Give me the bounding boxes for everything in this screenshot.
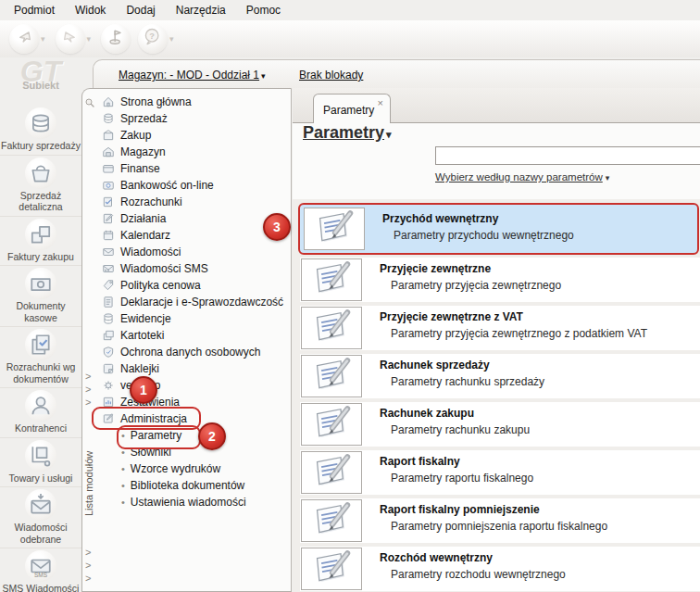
module-strip[interactable]: >>> Lista modułów >>> [82, 89, 97, 591]
tree-item-label: Naklejki [120, 362, 159, 375]
navigation-tree: Strona głównaSprzedażZakupMagazynFinanse… [97, 89, 291, 591]
tree-item-polityka-cenowa[interactable]: Polityka cenowa [97, 277, 291, 294]
warehouse-selector-link[interactable]: Magazyn: - MOD - Oddział 1▾ [119, 69, 266, 82]
parameter-row-przyjęcie-zewnętrzne[interactable]: Przyjęcie zewnętrzne Parametry przyjęcia… [300, 258, 700, 302]
tree-item-wzorce-wydruków[interactable]: •Wzorce wydruków [97, 460, 291, 477]
tab-close-icon[interactable]: × [378, 97, 383, 108]
tree-item-label: Wiadomości [120, 246, 181, 258]
parameter-row-raport-fiskalny-pomniejszenie[interactable]: Raport fiskalny pomniejszenie Parametry … [300, 498, 700, 543]
parameter-row-rachunek-sprzedaży[interactable]: Rachunek sprzedaży Parametry rachunku sp… [300, 354, 700, 398]
parameter-row-przychód-wewnętrzny[interactable]: Przychód wewnętrzny Parametry przychodu … [298, 203, 699, 255]
parameter-row-rachunek-zakupu[interactable]: Rachunek zakupu Parametry rachunku zakup… [300, 402, 700, 447]
tree-item-magazyn[interactable]: Magazyn [97, 144, 291, 160]
tree-item-wiadomości[interactable]: Wiadomości [97, 244, 291, 260]
module-label: SMS Wiadomości robocze [0, 583, 81, 592]
tree-item-naklejki[interactable]: Naklejki [97, 360, 291, 377]
tab-parametry[interactable]: Parametry × [313, 94, 391, 123]
flag-pin-button[interactable] [101, 24, 131, 54]
module-item-messages-received[interactable]: Wiadomości odebrane [0, 487, 81, 548]
back-arrow-icon [14, 27, 34, 51]
strip-chevrons-bottom[interactable]: >>> [85, 546, 91, 585]
tree-item-deklaracje-i-e-sprawozdawczość[interactable]: Deklaracje i e-Sprawozdawczość [97, 294, 291, 310]
bullet-icon: • [121, 497, 125, 508]
tree-item-kartoteki[interactable]: Kartoteki [97, 327, 291, 344]
tree-item-zestawienia[interactable]: Zestawienia [97, 394, 291, 410]
chevron-right-icon[interactable]: > [85, 396, 91, 409]
tool-group-back-arrow: ▾ [9, 24, 48, 54]
tree-item-kalendarz[interactable]: Kalendarz [97, 227, 291, 244]
tree-item-label: Rozrachunki [120, 195, 182, 208]
tree-item-vendero[interactable]: vendero [97, 377, 291, 394]
module-strip-label: Lista modułów [83, 430, 94, 536]
sticker-icon [102, 362, 115, 375]
chevron-right-icon[interactable]: > [85, 370, 91, 383]
module-item-goods-services[interactable]: Towary i usługi [0, 438, 81, 488]
records-icon [102, 312, 115, 325]
module-item-invoices-purchase[interactable]: Faktury zakupu [0, 217, 81, 267]
parameter-row-przyjęcie-zewnętrzne-z-vat[interactable]: Przyjęcie zewnętrzne z VAT Parametry prz… [300, 306, 700, 350]
module-item-retail-sale[interactable]: Sprzedaż detaliczna [0, 156, 81, 217]
shield-icon [102, 346, 115, 359]
menu-item-dodaj[interactable]: Dodaj [116, 2, 165, 19]
tree-item-parametry[interactable]: •Parametry [97, 427, 291, 444]
menu-item-narzdzia[interactable]: Narzędzia [166, 2, 236, 19]
tree-item-label: Ochrona danych osobowych [120, 346, 260, 359]
invoices-sale-icon [25, 107, 56, 139]
chevron-right-icon[interactable]: > [85, 546, 91, 559]
tree-item-label: Parametry [131, 429, 181, 442]
tree-item-ustawienia-wiadomości[interactable]: •Ustawienia wiadomości [97, 494, 291, 510]
menu-item-podmiot[interactable]: Podmiot [4, 2, 65, 19]
tree-item-sprzedaż[interactable]: Sprzedaż [97, 110, 291, 127]
tree-item-finanse[interactable]: Finanse [97, 160, 291, 177]
parameter-title: Raport fiskalny pomniejszenie [380, 503, 540, 516]
tree-item-wiadomości-sms[interactable]: Wiadomości SMS [97, 260, 291, 277]
tree-item-strona-główna[interactable]: Strona główna [97, 94, 291, 110]
back-arrow-button[interactable] [9, 24, 39, 54]
strip-chevrons-top[interactable]: >>> [85, 370, 91, 409]
tree-item-label: Strona główna [120, 95, 192, 108]
invoices-purchase-icon [25, 219, 56, 250]
annotation-step-3: 3 [263, 213, 291, 241]
parameter-subtitle: Parametry rozchodu wewnętrznego [391, 568, 566, 581]
chevron-right-icon[interactable]: > [85, 559, 91, 572]
note-pen-icon [301, 355, 362, 397]
tree-item-ochrona-danych-osobowych[interactable]: Ochrona danych osobowych [97, 344, 291, 360]
caret-down-icon[interactable]: ▾ [41, 34, 45, 44]
tree-item-zakup[interactable]: Zakup [97, 127, 291, 144]
parameter-row-rozchód-wewnętrzny[interactable]: Rozchód wewnętrzny Parametry rozchodu we… [300, 547, 700, 591]
parameter-search-input[interactable] [435, 146, 700, 165]
lock-status-link[interactable]: Brak blokady [299, 69, 363, 82]
tool-group-help: ?▾ [138, 24, 177, 54]
tree-item-ewidencje[interactable]: Ewidencje [97, 310, 291, 327]
caret-down-icon[interactable]: ▾ [169, 34, 174, 44]
tree-item-label: Wzorce wydruków [131, 462, 220, 475]
module-label: Towary i usługi [0, 472, 81, 485]
tree-item-działania[interactable]: Działania [97, 210, 291, 227]
parameter-subtitle: Parametry przyjęcia zewnętrznego [391, 279, 561, 292]
module-item-cash-documents[interactable]: Dokumenty kasowe [0, 266, 81, 327]
tree-item-słowniki[interactable]: •Słowniki [97, 444, 291, 460]
module-item-settlements[interactable]: Rozrachunki wg dokumentów [0, 327, 81, 388]
chevron-right-icon[interactable]: > [85, 572, 91, 585]
menu-item-pomoc[interactable]: Pomoc [236, 2, 291, 19]
menu-item-widok[interactable]: Widok [65, 2, 116, 19]
module-item-contractors[interactable]: Kontrahenci [0, 388, 81, 438]
tree-item-administracja[interactable]: Administracja [97, 410, 291, 427]
mail-icon [102, 246, 115, 258]
parameter-row-raport-fiskalny[interactable]: Raport fiskalny Parametry raportu fiskal… [300, 450, 700, 495]
tasks-icon [102, 212, 115, 225]
note-pen-icon [301, 499, 362, 542]
parameter-title: Raport fiskalny [380, 455, 460, 468]
module-item-sms-drafts[interactable]: SMS SMS Wiadomości robocze [0, 548, 81, 592]
help-button[interactable]: ? [138, 24, 168, 54]
page-title[interactable]: Parametry▾ [303, 123, 392, 143]
tree-item-rozrachunki[interactable]: Rozrachunki [97, 194, 291, 210]
filter-by-name-link[interactable]: Wybierz według nazwy parametrów▾ [435, 171, 609, 183]
module-item-invoices-sale[interactable]: Faktury sprzedaży [0, 106, 81, 156]
tree-item-biblioteka-dokumentów[interactable]: •Biblioteka dokumentów [97, 477, 291, 494]
tree-item-bankowość-on-line[interactable]: Bankowość on-line [97, 177, 291, 194]
caret-down-icon[interactable]: ▾ [87, 34, 92, 44]
parameter-list: Przychód wewnętrzny Parametry przychodu … [293, 199, 700, 592]
forward-arrow-button[interactable] [56, 24, 85, 54]
chevron-right-icon[interactable]: > [85, 383, 91, 396]
